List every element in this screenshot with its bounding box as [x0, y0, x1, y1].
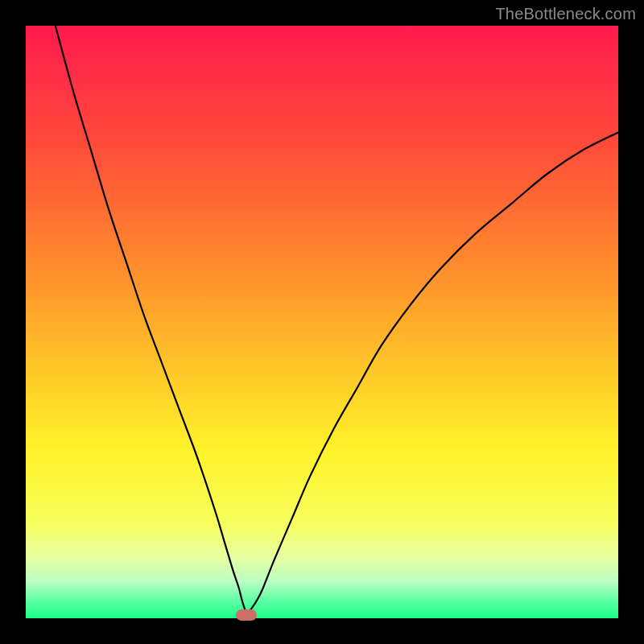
bottleneck-chart — [26, 26, 618, 618]
chart-frame — [26, 26, 618, 618]
gradient-background — [26, 26, 618, 618]
minimum-marker — [236, 609, 257, 621]
watermark-text: TheBottleneck.com — [495, 5, 636, 23]
